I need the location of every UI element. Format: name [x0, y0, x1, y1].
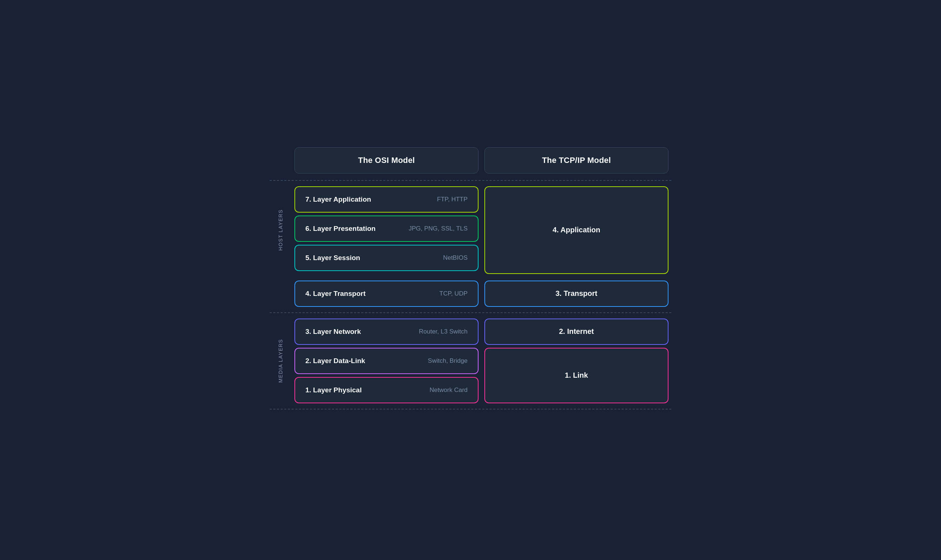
host-layers-label: Host Layers [278, 209, 283, 251]
tcp-header: The TCP/IP Model [484, 147, 669, 174]
tcp-application-area: 4. Application [481, 185, 671, 276]
layer-7-box: 7. Layer Application FTP, HTTP [294, 186, 478, 212]
layer-7-name: 7. Layer Application [305, 195, 371, 203]
layer-2-box: 2. Layer Data-Link Switch, Bridge [294, 348, 478, 374]
layer-1-protocol: Network Card [430, 386, 467, 394]
layer-1-name: 1. Layer Physical [305, 386, 361, 394]
layer-3-name: 3. Layer Network [305, 328, 361, 336]
tcp-3-label: 3. Transport [556, 289, 597, 298]
media-osi-col: 3. Layer Network Router, L3 Switch 2. La… [292, 317, 481, 405]
tcp-title: The TCP/IP Model [542, 155, 611, 165]
host-label-cell: Host Layers [270, 185, 292, 276]
layer-4-box: 4. Layer Transport TCP, UDP [294, 280, 478, 307]
tcp-media-area: 2. Internet 1. Link [481, 317, 671, 405]
tcp-2-label: 2. Internet [559, 327, 594, 336]
tcp-1-box: 1. Link [484, 348, 669, 403]
layer-6-box: 6. Layer Presentation JPG, PNG, SSL, TLS [294, 215, 478, 242]
tcp-4-label: 4. Application [553, 226, 600, 234]
layer-6-protocol: JPG, PNG, SSL, TLS [409, 225, 467, 232]
header-spacer [270, 147, 292, 177]
layer-2-name: 2. Layer Data-Link [305, 357, 365, 365]
osi-title: The OSI Model [358, 155, 415, 165]
layer-3-protocol: Router, L3 Switch [419, 328, 467, 335]
host-osi-col: 7. Layer Application FTP, HTTP 6. Layer … [292, 185, 481, 276]
tcp-transport-area: 3. Transport [481, 279, 671, 309]
transport-osi-col: 4. Layer Transport TCP, UDP [292, 279, 481, 309]
tcp-1-label: 1. Link [565, 371, 588, 380]
layer-6-name: 6. Layer Presentation [305, 225, 375, 233]
main-container: The OSI Model The TCP/IP Model Host Laye… [270, 147, 671, 413]
layer-4-protocol: TCP, UDP [440, 290, 467, 297]
layer-3-box: 3. Layer Network Router, L3 Switch [294, 318, 478, 345]
tcp-3-box: 3. Transport [484, 280, 669, 307]
middle-separator [270, 312, 671, 313]
tcp-2-box: 2. Internet [484, 318, 669, 345]
layer-5-box: 5. Layer Session NetBIOS [294, 245, 478, 271]
layer-5-protocol: NetBIOS [443, 254, 467, 262]
media-label-cell: Media Layers [270, 317, 292, 405]
media-layers-label: Media Layers [278, 339, 283, 383]
bottom-separator [270, 409, 671, 409]
layer-7-protocol: FTP, HTTP [437, 196, 467, 203]
tcp-4-box: 4. Application [484, 186, 669, 274]
host-layers-group: Host Layers 7. Layer Application FTP, HT… [270, 185, 671, 276]
media-layers-group: Media Layers 3. Layer Network Router, L3… [270, 317, 671, 405]
layer-1-box: 1. Layer Physical Network Card [294, 377, 478, 403]
top-separator [270, 180, 671, 181]
osi-header: The OSI Model [294, 147, 478, 174]
transport-row-group: 4. Layer Transport TCP, UDP 3. Transport [270, 279, 671, 309]
layer-4-name: 4. Layer Transport [305, 290, 366, 298]
transport-spacer [270, 279, 292, 309]
layer-5-name: 5. Layer Session [305, 254, 360, 262]
header-row: The OSI Model The TCP/IP Model [270, 147, 671, 177]
layer-2-protocol: Switch, Bridge [428, 357, 467, 365]
